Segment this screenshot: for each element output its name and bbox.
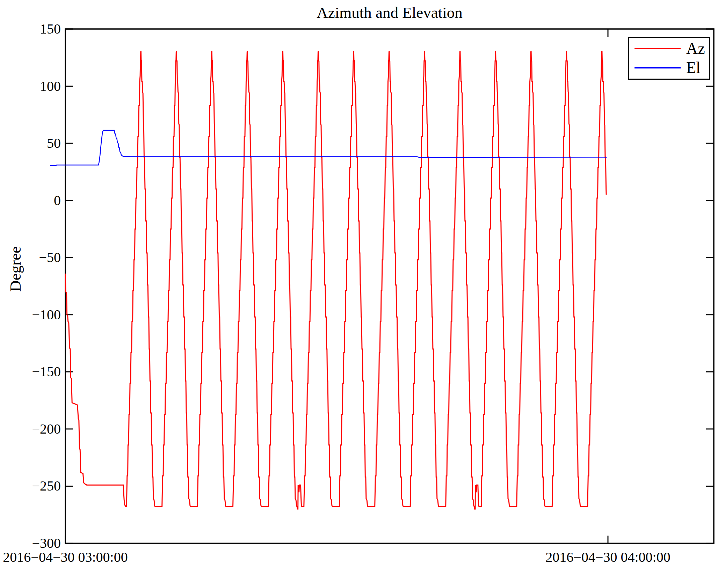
- y-tick-label: −150: [0, 363, 61, 380]
- legend-box: AzEl: [628, 37, 710, 80]
- y-tick-label: 150: [0, 21, 61, 37]
- legend-label: Az: [686, 41, 705, 57]
- plot-border: [65, 29, 714, 543]
- x-tick-label: 2016−04−30 03:00:00: [3, 549, 128, 565]
- az-series-line: [65, 51, 606, 509]
- legend-entry-el: El: [629, 60, 709, 76]
- y-tick-label: −50: [0, 249, 61, 266]
- y-tick-label: −250: [0, 478, 61, 494]
- y-tick-label: 0: [0, 192, 61, 209]
- legend-line-swatch: [635, 67, 681, 68]
- legend-line-swatch: [635, 48, 681, 49]
- axis-tick-marks: [65, 29, 714, 543]
- plot-canvas: [0, 0, 725, 588]
- figure-window: Azimuth and Elevation Degree 150100500−5…: [0, 0, 725, 588]
- legend-entry-az: Az: [629, 41, 709, 57]
- y-tick-label: −200: [0, 421, 61, 437]
- x-tick-label: 2016−04−30 04:00:00: [545, 549, 670, 565]
- el-series-line: [50, 130, 607, 166]
- legend-label: El: [686, 60, 701, 76]
- y-tick-label: 50: [0, 135, 61, 152]
- y-tick-label: −100: [0, 306, 61, 323]
- y-tick-label: 100: [0, 78, 61, 95]
- chart-title: Azimuth and Elevation: [65, 3, 714, 22]
